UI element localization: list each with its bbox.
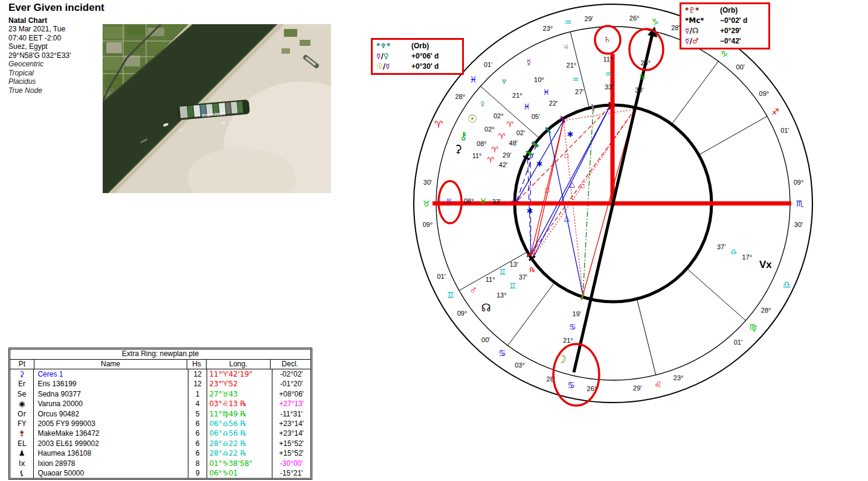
table-cell: MakeMake 136472 (34, 428, 188, 438)
cusp-minute-label: 30' (794, 221, 803, 228)
planet-glyph-chiron: ⚷ (460, 130, 468, 142)
house-cusp-line (688, 269, 746, 320)
planet-sign-glyph: ♑ (639, 72, 646, 81)
planet-degree-label: 11° (472, 152, 482, 159)
table-cell: Ix (10, 459, 34, 468)
cusp-sign-glyph: ♌ (654, 380, 662, 389)
table-row: ⚳Ceres 11211°♈42'19"-02°02' (10, 369, 310, 379)
table-cell: 01°♑38'58" (207, 459, 272, 468)
aspect-glyph: □ (580, 182, 584, 190)
table-cell: 5 (188, 409, 208, 419)
chart-coordinates: 29°N58'G 032°E33' (8, 51, 104, 60)
planet-sign-glyph: ♒ (605, 69, 612, 78)
cusp-minute-label: 01' (780, 127, 789, 134)
intercepted-sign-glyph: ♈ (434, 119, 443, 130)
planet-minute-label: 27' (575, 88, 583, 95)
cusp-degree-label: 26° (629, 14, 640, 22)
cusp-sign-glyph: ♋ (498, 348, 506, 358)
table-cell: Or (10, 409, 34, 419)
planet-sign-glyph: ♎ (730, 247, 738, 256)
planet-minute-label: 42' (499, 161, 507, 168)
planet-minute-label: 37' (717, 243, 725, 250)
legend-row: ☿/♂−0°42' (685, 36, 765, 46)
planet-glyph: *Mc* (685, 16, 704, 25)
chart-header: Ever Given incident Natal Chart 23 Mar 2… (8, 4, 104, 95)
aspect-glyph: △ (569, 180, 575, 188)
cusp-degree-label: 23° (543, 25, 553, 32)
cusp-minute-label: 00' (736, 63, 745, 71)
planet-glyph: ☉ (376, 62, 383, 71)
cusp-sign-glyph: ♓ (469, 75, 477, 84)
legend-row: ☉/☿+0°30' d (376, 62, 458, 72)
planet-glyph-venus: ♀ (478, 98, 487, 110)
table-cell: 6 (188, 448, 208, 458)
cusp-degree-label: 09° (457, 310, 468, 317)
table-cell: 8 (188, 459, 208, 468)
table-cell: 12 (188, 379, 208, 389)
cusp-sign-glyph: ♉ (423, 199, 431, 208)
planet-degree-label: 21° (563, 337, 573, 344)
legend-row: *♇*(Orb) (685, 5, 765, 16)
table-cell: +15°52' (272, 439, 310, 448)
table-cell: +23°14' (272, 419, 310, 428)
planet-glyph-sun: ☉ (468, 113, 477, 125)
planet-degree-label: 26° (640, 59, 651, 66)
extra-ring-table: Extra Ring: newplan.pte Pt Name Hs Long.… (8, 348, 312, 480)
planet-glyph-mercury: ☿ (525, 57, 533, 69)
table-row: OrOrcus 90482511°♍49 ℞-11°31' (10, 409, 310, 419)
cusp-degree-label: 09° (759, 90, 770, 97)
planet-glyph-ceres: ⚳ (454, 143, 462, 155)
legend-orb-value: (Orb) (720, 5, 738, 16)
planet-glyph-uranus: ♅ (445, 194, 453, 206)
planet-glyph: ☊ (692, 27, 699, 35)
cusp-degree-label: 09° (423, 221, 433, 228)
cusp-minute-label: 00' (481, 336, 490, 343)
cusp-degree-label: 09° (794, 179, 804, 186)
table-cell: FY (10, 419, 34, 428)
table-cell: Eris 136199 (34, 379, 188, 389)
table-cell: +08°06' (272, 389, 310, 399)
planet-sign-glyph: ♉ (480, 197, 487, 206)
legend-row: ☿/☊+0°29' (685, 26, 765, 36)
cusp-minute-label: 29' (585, 15, 593, 22)
aspect-glyph: △ (564, 214, 570, 222)
setting-node: True Node (8, 86, 104, 95)
table-cell: -02°02' (272, 369, 310, 379)
table-cell: 2005 FY9 999003 (34, 419, 188, 428)
cusp-sign-glyph: ♏ (796, 199, 804, 208)
cusp-sign-glyph: ♐ (772, 107, 780, 116)
planet-glyph: ☿ (385, 62, 390, 71)
planet-sign-glyph: ♊ (509, 281, 516, 290)
cusp-minute-label: 28' (671, 24, 680, 31)
table-cell: -11°31' (272, 409, 310, 419)
table-cell: 9 (188, 468, 208, 478)
cusp-minute-label: 29' (633, 384, 641, 392)
planet-degree-label: 08° (464, 197, 474, 205)
table-cell: ⚸ (10, 468, 34, 478)
table-cell: Sedna 90377 (34, 389, 188, 399)
table-row: ⚸Quaoar 50000906°♑01-15°21' (10, 468, 310, 478)
legend-orb-value: +0°29' (720, 26, 741, 36)
vertex-glyph: Vx (759, 259, 772, 270)
table-cell: 6 (188, 428, 208, 438)
planet-degree-label: 21° (512, 92, 522, 99)
planet-sign-glyph: ♊ (499, 267, 506, 276)
table-cell: ⚳ (10, 369, 34, 379)
table-row: ⚵MakeMake 136472606°♎56 ℞+23°14' (10, 428, 310, 438)
planet-sign-glyph: ♓ (543, 88, 550, 97)
planet-minute-label: 33' (605, 83, 613, 91)
house-cusp-line (637, 300, 656, 375)
cusp-minute-label: 01' (484, 61, 492, 68)
planet-degree-label: 02° (493, 112, 504, 119)
aspect-glyph: □ (545, 186, 549, 194)
table-cell: -30°00' (272, 459, 310, 468)
table-cell: 2003 EL61 999002 (34, 439, 188, 448)
planet-minute-label: 13' (510, 261, 518, 268)
aspect-glyph: ∗ (567, 129, 574, 139)
table-row: ♟Haumea 136108628°♎22 ℞+15°52' (10, 448, 310, 458)
small-boat (221, 122, 226, 124)
planet-degree-label: 11° (486, 276, 495, 283)
legend-orb-value: +0°06' d (411, 51, 439, 62)
table-cell: ◉ (10, 399, 34, 409)
col-header-name: Name (34, 360, 187, 369)
